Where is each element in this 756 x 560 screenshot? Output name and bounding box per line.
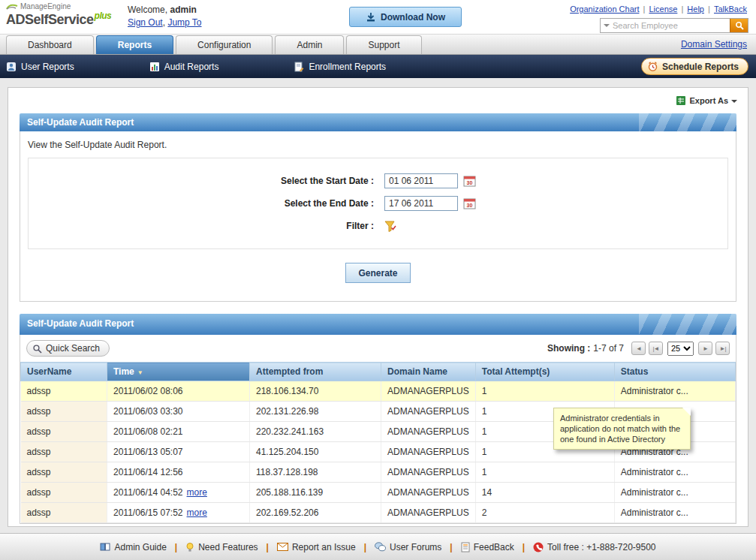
toll-free-number: Toll free : +1-888-720-9500 — [533, 542, 655, 552]
logo-swoosh-icon — [6, 3, 18, 10]
table-row[interactable]: adssp 2011/06/02 08:06 218.106.134.70 AD… — [21, 381, 736, 402]
col-total-attempts[interactable]: Total Attempt(s) — [475, 363, 614, 381]
table-row[interactable]: adssp 2011/06/14 04:52more 205.188.116.1… — [21, 483, 736, 503]
end-date-input[interactable] — [384, 196, 458, 211]
table-row[interactable]: adssp 2011/06/15 07:52more 202.169.52.20… — [21, 503, 736, 523]
subnav-enrollment-reports[interactable]: Enrollment Reports — [294, 62, 386, 72]
report-issue-link[interactable]: Report an Issue — [277, 542, 356, 552]
subnav-audit-reports[interactable]: Audit Reports — [149, 62, 219, 72]
sort-desc-icon: ▼ — [137, 369, 143, 376]
export-as-button[interactable]: Export As — [676, 95, 737, 106]
brand-top: ManageEngine — [20, 2, 71, 11]
start-date-input[interactable] — [384, 173, 458, 188]
date-filter-form: Select the Start Date : 30 Select the En… — [28, 158, 728, 249]
tab-admin[interactable]: Admin — [275, 35, 344, 54]
sign-out-link[interactable]: Sign Out — [128, 17, 163, 28]
showing-range: 1-7 of 7 — [593, 343, 624, 354]
feedback-link[interactable]: FeedBack — [461, 542, 514, 552]
search-icon — [32, 344, 42, 354]
help-link[interactable]: Help — [687, 5, 704, 14]
report-panel-title: Self-Update Audit Report — [20, 314, 736, 335]
tab-support[interactable]: Support — [346, 35, 421, 54]
search-scope-dropdown[interactable] — [601, 19, 613, 32]
reports-subnav: User Reports Audit Reports Enrollment Re… — [0, 55, 756, 78]
filter-panel-title: Self-Update Audit Report — [20, 113, 736, 131]
end-date-label: Select the End Date : — [29, 198, 374, 209]
envelope-icon — [277, 543, 288, 551]
col-status[interactable]: Status — [614, 363, 735, 381]
filter-panel-description: View the Self-Update Audit Report. — [20, 131, 736, 158]
top-bar: ManageEngine ADSelfServiceplus Welcome, … — [0, 0, 756, 35]
showing-label: Showing : — [547, 343, 590, 354]
document-icon — [461, 542, 470, 552]
generate-button[interactable]: Generate — [345, 263, 410, 283]
enrollment-reports-icon — [294, 62, 304, 72]
page-last-button[interactable]: ►| — [715, 342, 730, 355]
page-first-button[interactable]: |◄ — [649, 342, 663, 355]
username: admin — [170, 5, 196, 15]
start-date-calendar-icon[interactable]: 30 — [463, 175, 476, 187]
download-icon — [366, 12, 376, 23]
jump-to-link[interactable]: Jump To — [167, 17, 201, 28]
filter-funnel-icon[interactable] — [384, 221, 396, 232]
talkback-link[interactable]: TalkBack — [714, 5, 747, 14]
main-area: Export As Self-Update Audit Report View … — [0, 78, 756, 533]
col-domain-name[interactable]: Domain Name — [381, 363, 476, 381]
search-go-button[interactable] — [730, 19, 748, 32]
lightbulb-icon — [185, 542, 194, 552]
domain-settings-link[interactable]: Domain Settings — [681, 39, 747, 50]
phone-icon — [533, 542, 544, 552]
organization-chart-link[interactable]: Organization Chart — [570, 5, 639, 14]
top-links: Organization Chart | License | Help | Ta… — [568, 5, 748, 14]
book-icon — [100, 542, 110, 552]
employee-search-box — [600, 18, 748, 33]
status-tooltip: Administrator credentials in application… — [553, 408, 691, 450]
filter-label: Filter : — [29, 221, 374, 231]
chevron-down-icon — [731, 100, 737, 106]
content-box: Export As Self-Update Audit Report View … — [8, 87, 748, 527]
col-time[interactable]: Time▼ — [107, 363, 250, 381]
clock-icon — [647, 61, 658, 72]
chevron-down-icon — [604, 24, 610, 30]
welcome-label: Welcome, — [128, 5, 167, 15]
chat-bubbles-icon — [375, 542, 386, 552]
audit-reports-icon — [149, 62, 160, 72]
col-attempted-from[interactable]: Attempted from — [250, 363, 381, 381]
svg-text:30: 30 — [467, 180, 473, 185]
brand-main: ADSelfService — [6, 12, 94, 27]
pagination: Showing : 1-7 of 7 ◄ |◄ 25 ► ►| — [547, 342, 730, 356]
start-date-label: Select the Start Date : — [29, 176, 374, 186]
col-username[interactable]: UserName — [21, 363, 107, 381]
license-link[interactable]: License — [649, 5, 677, 14]
export-icon — [676, 95, 686, 106]
search-icon — [735, 21, 744, 30]
page-size-select[interactable]: 25 — [667, 342, 694, 356]
footer: Admin Guide | Need Features | Report an … — [0, 533, 756, 560]
app-logo: ManageEngine ADSelfServiceplus — [6, 2, 111, 28]
page-prev-button[interactable]: ◄ — [631, 342, 646, 355]
svg-text:30: 30 — [467, 203, 473, 208]
more-link[interactable]: more — [187, 507, 207, 518]
page-next-button[interactable]: ► — [698, 342, 712, 355]
tab-configuration[interactable]: Configuration — [176, 35, 273, 54]
table-row[interactable]: adssp 2011/06/14 12:56 118.37.128.198 AD… — [21, 462, 736, 483]
user-forums-link[interactable]: User Forums — [375, 542, 441, 552]
main-nav: Dashboard Reports Configuration Admin Su… — [0, 35, 756, 55]
search-input[interactable] — [613, 19, 730, 32]
need-features-link[interactable]: Need Features — [185, 542, 258, 552]
filter-panel: Self-Update Audit Report View the Self-U… — [20, 113, 736, 302]
schedule-reports-button[interactable]: Schedule Reports — [641, 58, 748, 75]
brand-plus: plus — [95, 11, 112, 21]
admin-guide-link[interactable]: Admin Guide — [100, 542, 166, 552]
quick-search-button[interactable]: Quick Search — [26, 340, 110, 357]
welcome-block: Welcome, admin Sign Out, Jump To — [128, 4, 202, 29]
download-now-button[interactable]: Download Now — [349, 7, 462, 27]
more-link[interactable]: more — [187, 487, 207, 498]
tab-dashboard[interactable]: Dashboard — [6, 35, 94, 54]
end-date-calendar-icon[interactable]: 30 — [463, 197, 476, 209]
tab-reports[interactable]: Reports — [96, 35, 173, 54]
user-reports-icon — [6, 62, 17, 72]
subnav-user-reports[interactable]: User Reports — [6, 62, 74, 72]
